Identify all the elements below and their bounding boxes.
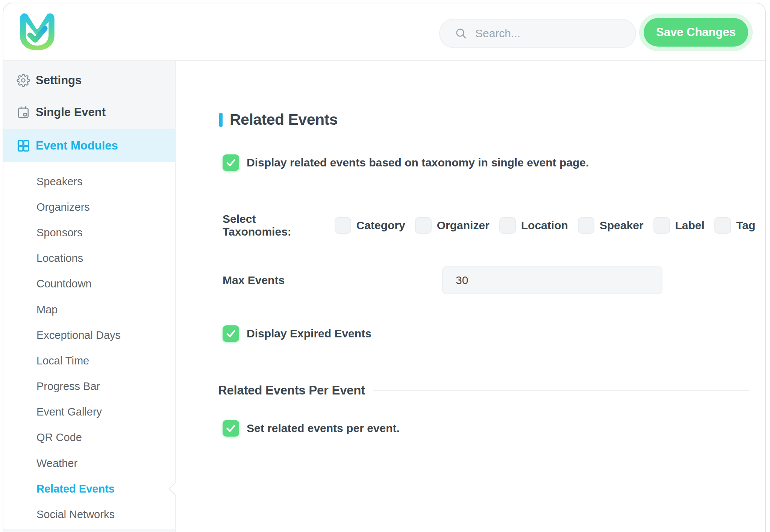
sidebar-subitem-map[interactable]: Map bbox=[3, 297, 175, 322]
taxonomy-checkbox-location[interactable] bbox=[499, 217, 516, 234]
max-events-row: Max Events bbox=[223, 266, 766, 294]
search-input[interactable] bbox=[475, 27, 618, 40]
sidebar-subitem-sponsors[interactable]: Sponsors bbox=[3, 220, 175, 245]
settings-sidebar: Settings Single Event bbox=[3, 61, 176, 532]
display-taxonomy-row: Display related events based on taxonomy… bbox=[223, 154, 589, 171]
select-taxonomies-row: Select Taxonomies: CategoryOrganizerLoca… bbox=[223, 213, 765, 238]
sidebar-item-label: Settings bbox=[36, 74, 82, 87]
taxonomy-option-speaker: Speaker bbox=[578, 217, 644, 234]
display-expired-row: Display Expired Events bbox=[223, 325, 371, 342]
taxonomy-option-category: Category bbox=[335, 217, 405, 234]
search-box[interactable] bbox=[439, 19, 636, 48]
taxonomy-checkbox-category[interactable] bbox=[335, 217, 351, 234]
max-events-input[interactable] bbox=[442, 266, 662, 294]
sidebar-subitem-local-time[interactable]: Local Time bbox=[3, 348, 175, 373]
sidebar-subitem-related-events[interactable]: Related Events bbox=[3, 476, 175, 502]
per-event-row: Set related events per event. bbox=[223, 420, 400, 437]
sidebar-subitem-speakers[interactable]: Speakers bbox=[3, 169, 175, 194]
sidebar-item-single-event[interactable]: Single Event bbox=[3, 96, 175, 129]
sidebar-item-event-modules[interactable]: Event Modules bbox=[3, 129, 175, 162]
sidebar-subitem-locations[interactable]: Locations bbox=[3, 246, 175, 271]
taxonomy-label: Organizer bbox=[437, 219, 490, 232]
sidebar-subitem-qr-code[interactable]: QR Code bbox=[3, 425, 175, 450]
taxonomy-option-organizer: Organizer bbox=[415, 217, 490, 234]
save-changes-button[interactable]: Save Changes bbox=[644, 18, 748, 47]
top-header: Save Changes bbox=[3, 3, 765, 61]
max-events-label: Max Events bbox=[223, 274, 285, 287]
taxonomy-checkbox-speaker[interactable] bbox=[578, 217, 594, 234]
main-content: Related Events Display related events ba… bbox=[176, 61, 765, 532]
display-expired-label: Display Expired Events bbox=[247, 327, 371, 340]
sidebar-subitem-social-networks[interactable]: Social Networks bbox=[3, 502, 175, 527]
sidebar-subitem-countdown[interactable]: Countdown bbox=[3, 271, 175, 297]
grid-icon bbox=[17, 139, 30, 153]
sidebar-item-label: Single Event bbox=[36, 106, 106, 119]
sidebar-subitem-progress-bar[interactable]: Progress Bar bbox=[3, 374, 175, 399]
taxonomy-option-tag: Tag bbox=[714, 217, 755, 234]
page-title: Related Events bbox=[219, 111, 338, 128]
app-logo-icon bbox=[18, 12, 57, 51]
sidebar-subitem-event-gallery[interactable]: Event Gallery bbox=[3, 399, 175, 425]
gear-icon bbox=[17, 74, 30, 87]
sidebar-item-label: Event Modules bbox=[36, 139, 118, 153]
per-event-checkbox[interactable] bbox=[223, 420, 239, 437]
display-expired-checkbox[interactable] bbox=[223, 325, 239, 342]
section-divider bbox=[373, 390, 749, 391]
event-modules-submenu: SpeakersOrganizersSponsorsLocationsCount… bbox=[3, 162, 175, 529]
calendar-icon bbox=[17, 106, 30, 119]
taxonomy-label: Label bbox=[675, 219, 705, 232]
taxonomy-label: Speaker bbox=[600, 219, 644, 232]
taxonomy-label: Category bbox=[356, 219, 405, 232]
search-icon bbox=[455, 27, 467, 39]
taxonomy-label: Tag bbox=[736, 219, 755, 232]
sidebar-item-settings[interactable]: Settings bbox=[3, 64, 175, 97]
display-taxonomy-label: Display related events based on taxonomy… bbox=[247, 156, 589, 169]
taxonomy-option-location: Location bbox=[499, 217, 568, 234]
sidebar-subitem-organizers[interactable]: Organizers bbox=[3, 194, 175, 220]
per-event-section-title: Related Events Per Event bbox=[218, 383, 365, 397]
sidebar-subitem-weather[interactable]: Weather bbox=[3, 450, 175, 476]
per-event-label: Set related events per event. bbox=[247, 422, 400, 435]
sidebar-subitem-exceptional-days[interactable]: Exceptional Days bbox=[3, 322, 175, 348]
taxonomy-checkbox-organizer[interactable] bbox=[415, 217, 432, 234]
select-taxonomies-label: Select Taxonomies: bbox=[223, 213, 326, 238]
settings-page-card: Save Changes Settings bbox=[3, 3, 766, 532]
per-event-section-header: Related Events Per Event bbox=[218, 383, 749, 397]
taxonomy-checkbox-label[interactable] bbox=[653, 217, 670, 234]
taxonomy-option-label: Label bbox=[653, 217, 705, 234]
title-accent-bar bbox=[219, 113, 223, 127]
taxonomy-label: Location bbox=[521, 219, 568, 232]
taxonomy-checkbox-tag[interactable] bbox=[714, 217, 731, 234]
display-taxonomy-checkbox[interactable] bbox=[223, 154, 239, 171]
